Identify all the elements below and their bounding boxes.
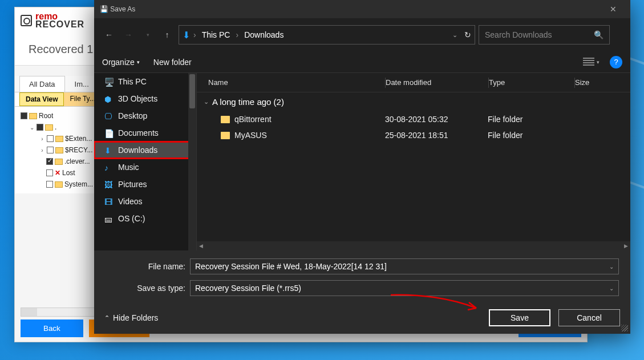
tree-dot-label: . <box>55 123 56 131</box>
search-placeholder: Search Downloads <box>485 30 552 39</box>
close-button[interactable]: ✕ <box>602 0 625 18</box>
nav-up-button[interactable]: ↑ <box>159 27 175 43</box>
search-icon: 🔍 <box>594 30 604 39</box>
tree-desktop[interactable]: 🖵Desktop <box>94 107 196 124</box>
chevron-down-icon: ▾ <box>137 59 140 65</box>
tree-downloads[interactable]: ⬇Downloads <box>94 141 196 159</box>
dialog-title: Save As <box>110 5 135 13</box>
hide-folders-toggle[interactable]: ⌃Hide Folders <box>104 313 158 322</box>
nav-back-button[interactable]: ← <box>101 27 117 43</box>
nav-forward-button[interactable]: → <box>120 27 136 43</box>
desktop-icon: 🖵 <box>104 112 114 120</box>
list-view-icon <box>583 58 594 67</box>
new-folder-button[interactable]: New folder <box>153 58 192 67</box>
filetype-select[interactable]: Recovery Session File (*.rrs5)⌄ <box>190 280 619 296</box>
chevron-up-icon: ⌃ <box>104 314 110 322</box>
organize-menu[interactable]: Organize ▾ <box>102 58 140 67</box>
tree-videos[interactable]: 🎞Videos <box>94 193 196 210</box>
group-heading[interactable]: ⌄A long time ago (2) <box>197 92 630 111</box>
tree-system-label: System... <box>64 180 93 188</box>
file-date: 30-08-2021 05:32 <box>385 115 488 124</box>
chevron-down-icon: ▾ <box>597 59 600 65</box>
filename-label: File name: <box>106 262 185 271</box>
address-bar[interactable]: ⬇ › This PC › Downloads ⌄ ↻ <box>179 25 475 45</box>
tree-this-pc[interactable]: 🖥️This PC <box>94 73 196 90</box>
filename-input[interactable]: Recovery Session File # Wed, 18-May-2022… <box>190 258 619 274</box>
back-button[interactable]: Back <box>21 319 83 337</box>
refresh-button[interactable]: ↻ <box>464 30 471 39</box>
chevron-down-icon[interactable]: ⌄ <box>609 264 614 270</box>
file-date: 25-08-2021 18:51 <box>385 131 488 140</box>
disk-icon: 🖴 <box>104 215 114 223</box>
col-type-header[interactable]: Type <box>489 78 574 87</box>
document-icon: 📄 <box>104 129 114 137</box>
nav-bar: ← → ▾ ↑ ⬇ › This PC › Downloads ⌄ ↻ Sear… <box>94 18 630 51</box>
tree-recycle-label: $RECY... <box>65 146 92 154</box>
resize-grip[interactable] <box>621 325 628 331</box>
folder-tree-pane: 🖥️This PC ⬢3D Objects 🖵Desktop 📄Document… <box>94 73 197 250</box>
folder-icon <box>221 132 230 139</box>
col-date-header[interactable]: Date modified <box>386 78 488 87</box>
column-headers: Name Date modified Type Size <box>197 73 630 92</box>
tree-extend-label: $Exten... <box>65 135 92 143</box>
pc-icon: 🖥️ <box>104 78 114 86</box>
nav-recent-dropdown[interactable]: ▾ <box>140 27 156 43</box>
video-icon: 🎞 <box>104 197 114 205</box>
lost-x-icon: ✕ <box>55 169 60 177</box>
chevron-down-icon: ⌄ <box>204 98 209 106</box>
download-arrow-icon: ⬇ <box>183 30 190 41</box>
tab-all-data[interactable]: All Data <box>19 76 65 92</box>
list-item[interactable]: qBittorrent 30-08-2021 05:32 File folder <box>197 111 630 127</box>
tree-scrollbar[interactable] <box>188 73 196 250</box>
chevron-right-icon: › <box>236 30 238 39</box>
file-type: File folder <box>488 115 573 124</box>
view-options-button[interactable]: ▾ <box>583 58 600 67</box>
folder-icon <box>221 116 230 123</box>
logo-icon <box>21 15 32 26</box>
tree-os-drive[interactable]: 🖴OS (C:) <box>94 210 196 227</box>
disk-icon: 💾 <box>100 5 108 13</box>
logo-text-bottom: RECOVER <box>35 21 84 29</box>
tab-data-view[interactable]: Data View <box>19 92 64 106</box>
chevron-down-icon[interactable]: ⌄ <box>609 285 614 292</box>
save-button[interactable]: Save <box>489 309 550 326</box>
col-size-header[interactable]: Size <box>575 78 609 87</box>
cube-icon: ⬢ <box>104 95 114 103</box>
picture-icon: 🖼 <box>104 180 114 188</box>
tree-documents[interactable]: 📄Documents <box>94 124 196 141</box>
cancel-button[interactable]: Cancel <box>558 309 620 326</box>
tab-images[interactable]: Im... <box>65 76 99 92</box>
file-fields: File name: Recovery Session File # Wed, … <box>94 250 630 302</box>
save-as-dialog: 💾 Save As ✕ ← → ▾ ↑ ⬇ › This PC › Downlo… <box>94 0 630 334</box>
tree-pictures[interactable]: 🖼Pictures <box>94 176 196 193</box>
app-logo: remo RECOVER <box>21 13 84 29</box>
music-icon: ♪ <box>104 163 114 171</box>
tree-music[interactable]: ♪Music <box>94 159 196 176</box>
file-name: qBittorrent <box>234 115 272 124</box>
toolbar: Organize ▾ New folder ▾ ? <box>94 51 630 73</box>
dialog-titlebar: 💾 Save As ✕ <box>94 0 630 18</box>
help-button[interactable]: ? <box>610 56 622 68</box>
list-item[interactable]: MyASUS 25-08-2021 18:51 File folder <box>197 127 630 143</box>
tree-clever-label: .clever... <box>64 157 90 165</box>
col-name-header[interactable]: Name <box>197 78 385 87</box>
file-list-pane: Name Date modified Type Size ⌄A long tim… <box>197 73 630 250</box>
download-icon: ⬇ <box>104 146 114 154</box>
dialog-button-bar: ⌃Hide Folders Save Cancel <box>94 302 630 334</box>
search-input[interactable]: Search Downloads 🔍 <box>479 25 610 45</box>
file-type: File folder <box>488 131 573 140</box>
chevron-right-icon: › <box>193 30 196 39</box>
tree-lost-label: Lost <box>62 169 75 177</box>
tree-3d-objects[interactable]: ⬢3D Objects <box>94 90 196 107</box>
chevron-down-icon[interactable]: ⌄ <box>452 31 457 39</box>
crumb-this-pc[interactable]: This PC <box>200 30 233 39</box>
filetype-label: Save as type: <box>106 284 185 293</box>
list-scrollbar-horizontal[interactable] <box>197 241 630 250</box>
crumb-downloads[interactable]: Downloads <box>242 30 286 39</box>
file-name: MyASUS <box>234 131 267 140</box>
tree-root-label: Root <box>39 112 53 120</box>
